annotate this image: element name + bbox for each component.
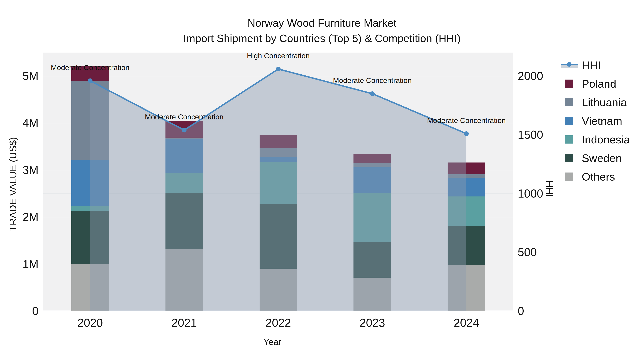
y-right-tick-0: 0 xyxy=(518,304,564,318)
legend-item-others[interactable]: Others xyxy=(561,167,630,186)
legend-color-swatch-indonesia xyxy=(565,135,573,144)
x-tick-2022: 2022 xyxy=(252,316,305,330)
legend-item-sweden[interactable]: Sweden xyxy=(561,149,630,167)
bar-2024 xyxy=(448,52,485,311)
y-axis-right-title: HHI xyxy=(544,181,555,197)
chart-title-line1: Norway Wood Furniture Market xyxy=(0,15,644,31)
chart-title: Norway Wood Furniture Market Import Ship… xyxy=(0,15,644,46)
bar-segment-poland-2024 xyxy=(448,162,485,174)
bar-segment-lithuania-2024 xyxy=(448,174,485,178)
legend-color-swatch-vietnam xyxy=(565,117,573,125)
bar-segment-lithuania-2022 xyxy=(260,148,297,157)
bar-segment-others-2023 xyxy=(354,278,391,311)
legend-item-indonesia[interactable]: Indonesia xyxy=(561,130,630,149)
legend-label: Poland xyxy=(582,77,616,90)
chart-figure: Norway Wood Furniture Market Import Ship… xyxy=(0,0,644,362)
legend-label: Lithuania xyxy=(582,96,627,109)
legend-item-poland[interactable]: Poland xyxy=(561,74,630,93)
legend-label: HHI xyxy=(582,59,601,71)
bar-segment-indonesia-2021 xyxy=(166,173,203,193)
bar-segment-lithuania-2020 xyxy=(72,81,109,160)
bar-segment-poland-2021 xyxy=(166,121,203,138)
legend: HHIPolandLithuaniaVietnamIndonesiaSweden… xyxy=(561,56,630,186)
plot-area xyxy=(43,52,514,311)
y-left-tick-1M: 1M xyxy=(3,257,38,271)
bar-segment-indonesia-2024 xyxy=(448,196,485,226)
annotation-2024: Moderate Concentration xyxy=(427,116,506,125)
bar-segment-lithuania-2023 xyxy=(354,163,391,167)
legend-swatch-slot xyxy=(561,135,578,144)
x-axis-line xyxy=(43,311,514,311)
bar-2022 xyxy=(260,52,297,311)
bar-segment-others-2022 xyxy=(260,269,297,311)
x-tick-2021: 2021 xyxy=(158,316,211,330)
annotation-2023: Moderate Concentration xyxy=(333,76,412,85)
bar-segment-others-2020 xyxy=(72,264,109,311)
y-right-tick-1000: 1000 xyxy=(518,187,564,200)
x-tick-2024: 2024 xyxy=(440,316,493,330)
annotation-2022: High Concentration xyxy=(247,51,310,60)
y-axis-left-title: TRADE VALUE (US$) xyxy=(7,137,18,231)
x-tick-2023: 2023 xyxy=(346,316,399,330)
bar-segment-others-2021 xyxy=(166,249,203,311)
legend-label: Sweden xyxy=(582,152,622,164)
bar-2021 xyxy=(166,52,203,311)
bar-segment-indonesia-2022 xyxy=(260,162,297,204)
x-tick-2020: 2020 xyxy=(63,316,117,330)
bar-segment-vietnam-2020 xyxy=(72,160,109,206)
legend-color-swatch-others xyxy=(565,173,573,181)
bar-segment-vietnam-2023 xyxy=(354,167,391,193)
legend-item-lithuania[interactable]: Lithuania xyxy=(561,93,630,112)
bar-segment-sweden-2022 xyxy=(260,204,297,269)
bar-segment-sweden-2023 xyxy=(354,242,391,278)
bar-segment-indonesia-2020 xyxy=(72,206,109,211)
legend-label: Others xyxy=(582,170,615,183)
bar-segment-poland-2023 xyxy=(354,154,391,163)
bar-segment-vietnam-2024 xyxy=(448,178,485,196)
legend-color-swatch-sweden xyxy=(565,154,573,162)
bar-segment-indonesia-2023 xyxy=(354,193,391,242)
legend-swatch-slot xyxy=(561,98,578,106)
legend-swatch-slot xyxy=(561,61,578,69)
legend-swatch-slot xyxy=(561,117,578,125)
hhi-marker-swatch xyxy=(567,62,572,67)
annotation-2020: Moderate Concentration xyxy=(51,63,130,72)
bar-segment-lithuania-2021 xyxy=(166,138,203,139)
chart-title-line2: Import Shipment by Countries (Top 5) & C… xyxy=(0,31,644,46)
bar-segment-sweden-2021 xyxy=(166,193,203,249)
legend-item-hhi[interactable]: HHI xyxy=(561,56,630,74)
legend-swatch-slot xyxy=(561,79,578,88)
legend-label: Indonesia xyxy=(582,133,630,146)
y-left-tick-4M: 4M xyxy=(3,116,38,130)
y-left-tick-0: 0 xyxy=(3,304,38,318)
bar-segment-sweden-2020 xyxy=(72,211,109,264)
bar-2023 xyxy=(354,52,391,311)
y-right-tick-2000: 2000 xyxy=(518,69,564,83)
legend-color-swatch-lithuania xyxy=(565,98,573,106)
bar-segment-vietnam-2022 xyxy=(260,157,297,162)
bar-segment-vietnam-2021 xyxy=(166,139,203,173)
x-axis-title: Year xyxy=(263,337,282,347)
bar-segment-poland-2022 xyxy=(260,135,297,148)
hhi-line-swatch-icon xyxy=(561,61,578,69)
annotation-2021: Moderate Concentration xyxy=(145,113,224,121)
bar-2020 xyxy=(72,52,109,311)
y-right-tick-500: 500 xyxy=(518,245,564,259)
y-left-tick-5M: 5M xyxy=(3,69,38,83)
legend-swatch-slot xyxy=(561,173,578,181)
legend-item-vietnam[interactable]: Vietnam xyxy=(561,112,630,130)
bar-segment-others-2024 xyxy=(448,265,485,311)
legend-color-swatch-poland xyxy=(565,79,573,88)
bar-segment-sweden-2024 xyxy=(448,226,485,265)
legend-swatch-slot xyxy=(561,154,578,162)
legend-label: Vietnam xyxy=(582,115,622,127)
y-right-tick-1500: 1500 xyxy=(518,128,564,142)
